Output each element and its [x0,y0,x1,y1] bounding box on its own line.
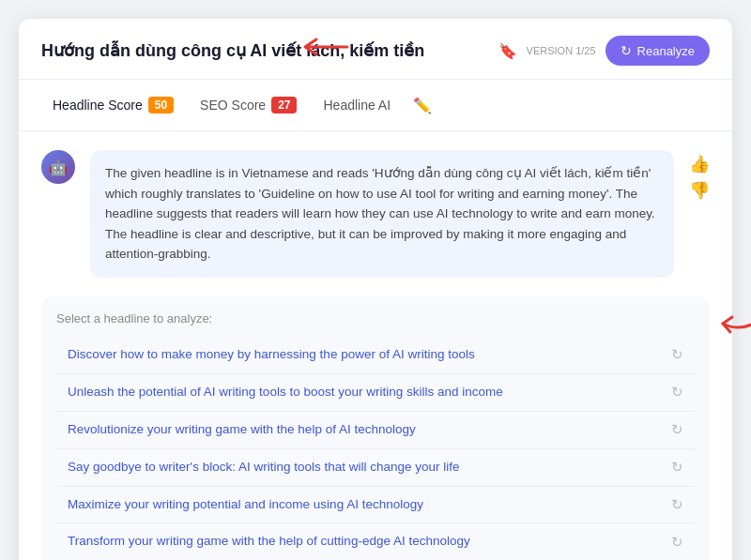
vote-icons: 👍 👎 [689,150,710,278]
tab-headline-ai-label: Headline AI [323,98,391,113]
bookmark-icon: 🔖 [498,42,517,60]
suggestion-item[interactable]: Revolutionize your writing game with the… [56,412,695,449]
suggestion-text: Transform your writing game with the hel… [68,533,664,551]
suggestion-item[interactable]: Unleash the potential of AI writing tool… [56,374,695,412]
suggestion-text: Say goodbye to writer's block: AI writin… [68,459,664,477]
refresh-icon[interactable]: ↻ [671,459,683,476]
tab-headline-score-label: Headline Score [53,98,143,113]
suggestions-list: Discover how to make money by harnessing… [56,337,695,560]
header: Hướng dẫn dùng công cụ AI viết lách, kiế… [19,19,732,80]
tab-headline-ai[interactable]: Headline AI [312,92,402,118]
thumbs-up-icon[interactable]: 👍 [689,154,710,174]
suggestion-text: Maximize your writing potential and inco… [68,496,664,514]
suggestions-section: Select a headline to analyze: Discover h… [41,296,710,560]
reanalyze-label: Reanalyze [637,44,695,58]
suggestion-item[interactable]: Discover how to make money by harnessing… [56,337,695,374]
suggestion-text: Discover how to make money by harnessing… [68,346,664,364]
edit-icon[interactable]: ✏️ [413,97,432,114]
refresh-icon[interactable]: ↻ [671,346,683,363]
suggestions-label: Select a headline to analyze: [56,311,695,325]
version-label: VERSION 1/25 [527,45,596,56]
headline-title: Hướng dẫn dùng công cụ AI viết lách, kiế… [41,40,498,61]
tab-seo-score-label: SEO Score [200,98,266,113]
thumbs-down-icon[interactable]: 👎 [689,180,710,201]
tab-seo-score[interactable]: SEO Score 27 [189,91,308,119]
reanalyze-button[interactable]: ↻ Reanalyze [605,36,710,66]
reanalyze-icon: ↻ [621,43,632,58]
suggestion-item[interactable]: Say goodbye to writer's block: AI writin… [56,449,695,487]
suggestion-item[interactable]: Transform your writing game with the hel… [56,523,695,560]
ai-message: The given headline is in Vietnamese and … [90,150,674,278]
suggestion-item[interactable]: Maximize your writing potential and inco… [56,487,695,524]
refresh-icon[interactable]: ↻ [671,534,683,551]
suggestion-text: Unleash the potential of AI writing tool… [68,384,664,401]
tab-headline-score[interactable]: Headline Score 50 [41,91,185,119]
header-right: 🔖 VERSION 1/25 ↻ Reanalyze [498,36,710,66]
refresh-icon[interactable]: ↻ [671,384,683,401]
seo-score-badge: 27 [271,97,297,114]
refresh-icon[interactable]: ↻ [671,421,683,438]
headline-score-badge: 50 [148,97,174,114]
ai-avatar: 🤖 [41,150,75,184]
content-area: 🤖 The given headline is in Vietnamese an… [19,131,732,296]
refresh-icon[interactable]: ↻ [671,496,683,513]
suggestion-text: Revolutionize your writing game with the… [68,421,664,439]
tabs-bar: Headline Score 50 SEO Score 27 Headline … [19,80,732,131]
